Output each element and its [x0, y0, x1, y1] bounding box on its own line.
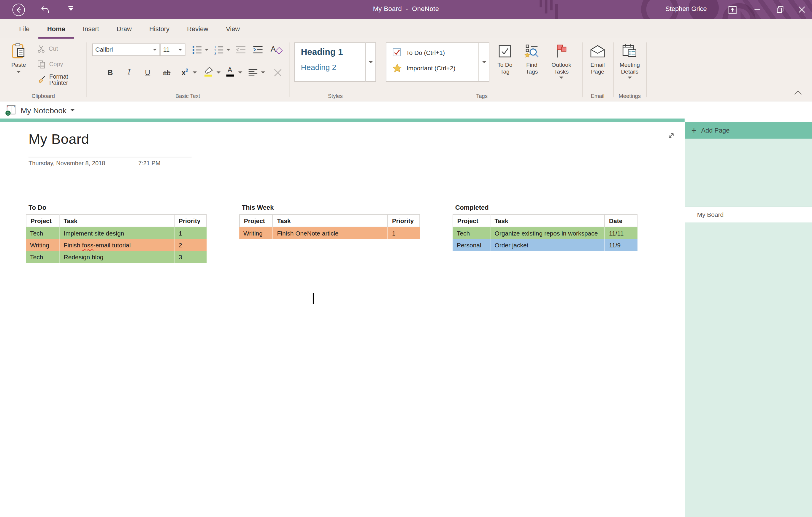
- chevron-down-icon: [153, 49, 157, 51]
- table-cell[interactable]: Order jacket: [490, 239, 605, 251]
- tab-view[interactable]: View: [217, 19, 249, 39]
- table-header-cell[interactable]: Project: [26, 214, 59, 227]
- group-styles: Heading 1 Heading 2 Styles: [289, 39, 382, 101]
- chevron-down-icon: [178, 49, 182, 51]
- ribbon-display-options-button[interactable]: [726, 4, 738, 16]
- active-section-strip: [0, 119, 685, 122]
- font-color-swatch: [226, 74, 234, 77]
- tags-gallery[interactable]: To Do (Ctrl+1) Important (Ctrl+2): [386, 42, 479, 82]
- italic-button[interactable]: I: [122, 65, 136, 80]
- paragraph-alignment-icon: [248, 68, 258, 76]
- table-header-cell[interactable]: Priority: [388, 214, 420, 227]
- copy-icon: [37, 60, 46, 69]
- table-cell[interactable]: 11/9: [605, 239, 637, 251]
- styles-gallery-more-button[interactable]: [366, 42, 376, 82]
- table-cell[interactable]: Redesign blog: [60, 251, 175, 263]
- outlook-tasks-button[interactable]: Outlook Tasks: [546, 41, 576, 79]
- table-header-cell[interactable]: Priority: [175, 214, 207, 227]
- todo-tag-button[interactable]: To Do Tag: [493, 41, 517, 75]
- table-header-cell[interactable]: Task: [490, 214, 605, 227]
- add-page-button[interactable]: + Add Page: [685, 122, 812, 139]
- table-cell[interactable]: Personal: [453, 239, 490, 251]
- group-meetings: Meeting Details Meetings: [613, 39, 646, 101]
- table-cell[interactable]: Finish OneNote article: [273, 227, 388, 239]
- expand-page-button[interactable]: [667, 131, 675, 140]
- bold-button[interactable]: B: [103, 65, 118, 80]
- delete-button[interactable]: [271, 65, 284, 80]
- numbered-list-menu[interactable]: [225, 42, 231, 57]
- table-cell[interactable]: Organize existing repos in workspace: [490, 227, 605, 239]
- tag-important[interactable]: Important (Ctrl+2): [393, 64, 479, 73]
- account-user-name[interactable]: Stephen Grice: [665, 5, 707, 12]
- style-heading2[interactable]: Heading 2: [301, 63, 365, 71]
- page-canvas[interactable]: My Board Thursday, November 8, 2018 7:21…: [0, 122, 685, 517]
- bullet-list-button[interactable]: [191, 42, 203, 57]
- tab-history[interactable]: History: [140, 19, 178, 39]
- chevron-down-icon: [482, 61, 486, 63]
- bold-glyph: B: [108, 68, 113, 77]
- tags-gallery-more-button[interactable]: [479, 42, 489, 82]
- font-color-menu[interactable]: [237, 65, 243, 80]
- table-header-cell[interactable]: Task: [273, 214, 388, 227]
- table-cell[interactable]: 1: [175, 227, 207, 239]
- superscript-menu[interactable]: [192, 65, 198, 80]
- tab-review[interactable]: Review: [178, 19, 217, 39]
- tab-insert[interactable]: Insert: [74, 19, 108, 39]
- meeting-details-button[interactable]: Meeting Details: [615, 41, 644, 79]
- minimize-button[interactable]: [747, 0, 767, 19]
- table-cell[interactable]: 11/11: [605, 227, 637, 239]
- underline-button[interactable]: U: [140, 65, 155, 80]
- text-cursor: [313, 293, 314, 304]
- table-row: TechRedesign blog3: [26, 251, 207, 263]
- font-size-combo[interactable]: 11: [160, 43, 185, 56]
- paragraph-alignment-button[interactable]: [246, 65, 259, 80]
- font-name-combo[interactable]: Calibri: [92, 43, 160, 56]
- font-color-button[interactable]: A: [223, 64, 236, 79]
- tab-home[interactable]: Home: [38, 19, 74, 39]
- strikethrough-button[interactable]: ab: [159, 65, 175, 80]
- increase-indent-button[interactable]: [251, 42, 264, 57]
- table-cell[interactable]: Implement site design: [60, 227, 175, 239]
- table-cell[interactable]: Writing: [26, 239, 59, 251]
- table-header-cell[interactable]: Project: [453, 214, 490, 227]
- page-title[interactable]: My Board: [28, 131, 89, 147]
- table-header-cell[interactable]: Date: [605, 214, 637, 227]
- clear-formatting-button[interactable]: A: [269, 41, 284, 56]
- close-button[interactable]: [791, 0, 812, 19]
- chevron-down-icon: [216, 71, 221, 73]
- table-cell[interactable]: Finish foss-email tutorial: [60, 239, 175, 251]
- cut-button[interactable]: Cut: [37, 42, 58, 55]
- notebook-dropdown[interactable]: My Notebook: [5, 103, 75, 117]
- chevron-down-icon: [70, 109, 75, 111]
- table-cell[interactable]: Tech: [26, 227, 59, 239]
- tag-todo[interactable]: To Do (Ctrl+1): [393, 48, 479, 57]
- decrease-indent-button[interactable]: [234, 42, 248, 57]
- restore-button[interactable]: [770, 0, 790, 19]
- highlight-button[interactable]: [202, 64, 215, 79]
- paragraph-alignment-menu[interactable]: [260, 65, 266, 80]
- table-cell[interactable]: Tech: [453, 227, 490, 239]
- tab-file[interactable]: File: [10, 19, 38, 39]
- numbered-list-button[interactable]: 123: [212, 42, 225, 57]
- chevron-down-icon: [204, 49, 209, 51]
- bullet-list-menu[interactable]: [204, 42, 210, 57]
- style-heading1[interactable]: Heading 1: [301, 47, 365, 58]
- page-list-item-my-board[interactable]: My Board: [685, 207, 812, 223]
- email-page-button[interactable]: Email Page: [585, 41, 609, 75]
- table-cell[interactable]: 2: [175, 239, 207, 251]
- format-painter-button[interactable]: Format Painter: [37, 73, 87, 86]
- styles-gallery[interactable]: Heading 1 Heading 2: [294, 42, 366, 82]
- table-cell[interactable]: 3: [175, 251, 207, 263]
- table-header-cell[interactable]: Task: [60, 214, 175, 227]
- table-cell[interactable]: 1: [388, 227, 420, 239]
- paste-button[interactable]: Paste: [5, 41, 32, 73]
- copy-button[interactable]: Copy: [37, 58, 63, 70]
- table-cell[interactable]: Tech: [26, 251, 59, 263]
- tab-draw[interactable]: Draw: [108, 19, 140, 39]
- highlight-menu[interactable]: [215, 65, 222, 80]
- table-header-cell[interactable]: Project: [239, 214, 273, 227]
- find-tags-button[interactable]: Find Tags: [520, 41, 544, 75]
- collapse-ribbon-button[interactable]: [795, 92, 801, 97]
- table-cell[interactable]: Writing: [239, 227, 273, 239]
- superscript-button[interactable]: x 2: [179, 65, 191, 80]
